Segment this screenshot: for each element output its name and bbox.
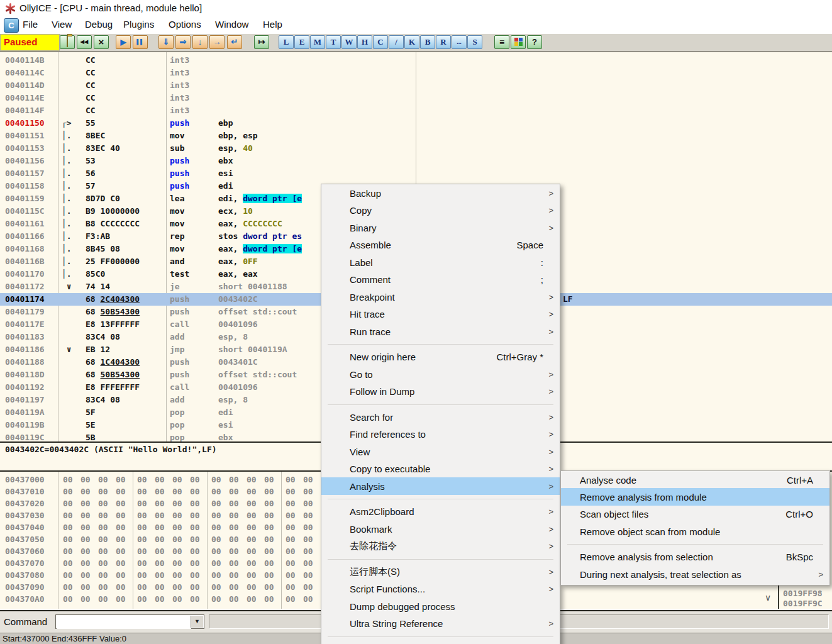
dump-byte: 00 (98, 593, 108, 605)
disasm-row-0040114D[interactable]: 0040114DCCint3 (0, 79, 832, 92)
disasm-row-00401157[interactable]: 00401157│.56pushesi (0, 167, 832, 180)
help-button[interactable]: ? (527, 35, 542, 49)
menu-separator (321, 495, 560, 503)
disasm-row-0040114F[interactable]: 0040114FCCint3 (0, 104, 832, 117)
menu-item-new-origin-here[interactable]: New origin hereCtrl+Gray * (321, 348, 560, 366)
step-into-button[interactable]: ⇓ (158, 35, 174, 49)
threads-window-button[interactable]: T (326, 35, 341, 49)
close-program-button[interactable]: × (94, 35, 109, 49)
menu-item-appearance[interactable]: Appearance> (321, 640, 560, 644)
references-button[interactable]: R (436, 35, 451, 49)
patches-button[interactable]: / (389, 35, 404, 49)
menu-item-binary[interactable]: Binary> (321, 219, 560, 236)
menu-item-analysis[interactable]: Analysis> (321, 477, 560, 495)
stack-address[interactable]: 0019FF9C (783, 599, 823, 608)
menu-file[interactable]: File (23, 19, 38, 30)
disasm-row-0040114C[interactable]: 0040114CCCint3 (0, 67, 832, 79)
menu-item-scan-object-files[interactable]: Scan object filesCtrl+O (561, 506, 829, 523)
dump-byte: 00 (303, 533, 313, 545)
menu-debug[interactable]: Debug (85, 19, 113, 30)
dump-byte: 00 (155, 581, 165, 593)
dropdown-arrow-icon[interactable]: ▼ (191, 616, 203, 628)
menu-item-follow-in-dump[interactable]: Follow in Dump> (321, 383, 560, 401)
menu-item-comment[interactable]: Comment; (321, 271, 560, 289)
execute-till-return-button[interactable]: ↵ (227, 35, 242, 49)
menu-item-ultra-string-reference[interactable]: Ultra String Reference> (321, 615, 560, 633)
menu-item-label[interactable]: Label: (321, 253, 560, 271)
mnemonic: call (170, 381, 189, 394)
menu-help[interactable]: Help (263, 19, 282, 30)
menu-item-bookmark[interactable]: Bookmark> (321, 520, 560, 538)
dump-byte: 00 (137, 557, 147, 569)
memory-map-button[interactable]: M (310, 35, 325, 49)
command-combobox[interactable]: ▼ (55, 614, 204, 629)
menu-item-backup[interactable]: Backup> (321, 184, 560, 202)
call-stack-button[interactable]: K (404, 35, 419, 49)
menu-item-label: Search for (350, 411, 393, 422)
menu-item-copy-to-executable[interactable]: Copy to executable> (321, 460, 560, 478)
dump-byte: 00 (286, 509, 296, 521)
cpu-window-button[interactable]: C (373, 35, 388, 49)
cpu-window-icon[interactable]: C (4, 18, 19, 33)
open-file-button[interactable] (60, 35, 75, 49)
disasm-row-0040114E[interactable]: 0040114ECCint3 (0, 92, 832, 104)
trace-over-button[interactable]: → (209, 35, 225, 49)
step-over-button[interactable]: ⇒ (175, 35, 191, 49)
trace-over-icon: → (210, 36, 224, 48)
menu-item-breakpoint[interactable]: Breakpoint> (321, 288, 560, 306)
source-button[interactable]: S (467, 35, 482, 49)
menu-item-search-for[interactable]: Search for> (321, 408, 560, 426)
menu-item-go-to[interactable]: Go to> (321, 365, 560, 383)
menu-item-copy[interactable]: Copy> (321, 202, 560, 219)
menu-window[interactable]: Window (215, 19, 248, 30)
appearance-button[interactable] (511, 35, 526, 49)
menu-item-label: Find references to (350, 429, 426, 440)
dump-byte: 00 (264, 497, 274, 509)
pause-button[interactable]: ▌▌ (133, 35, 148, 49)
run-trace-button[interactable]: ... (452, 35, 467, 49)
chevron-down-icon[interactable]: ∨ (765, 592, 771, 602)
stack-address[interactable]: 0019FF98 (783, 589, 823, 598)
log-window-button[interactable]: L (279, 35, 294, 49)
options-button[interactable]: ≡ (494, 35, 509, 49)
windows-button[interactable]: W (341, 35, 357, 49)
run-button[interactable]: ▶ (116, 35, 131, 49)
menu-item-assemble[interactable]: AssembleSpace (321, 236, 560, 254)
executables-window-button[interactable]: E (294, 35, 309, 49)
dump-byte: 00 (229, 474, 239, 486)
menu-plugins[interactable]: Plugins (123, 19, 154, 30)
dump-address: 004370A0 (5, 593, 45, 605)
dump-byte: 00 (190, 521, 200, 533)
go-to-button[interactable]: ↦ (254, 35, 269, 49)
menu-options[interactable]: Options (169, 19, 201, 30)
disasm-row-00401156[interactable]: 00401156│.53pushebx (0, 155, 832, 167)
menu-item-asm2clipboard[interactable]: Asm2Clipboard> (321, 503, 560, 521)
menu-item-view[interactable]: View> (321, 443, 560, 460)
menu-item-s[interactable]: 运行脚本(S)> (321, 563, 560, 580)
restart-button[interactable]: ◀◀ (77, 35, 92, 49)
menu-item-during-next-analysis-treat-selection-as[interactable]: During next analysis, treat selection as… (561, 565, 829, 582)
mnemonic: je (170, 280, 180, 293)
trace-into-button[interactable]: ↓ (192, 35, 208, 49)
menu-item-remove-analysis-from-module[interactable]: Remove analysis from module (561, 488, 829, 505)
menu-view[interactable]: View (52, 19, 72, 30)
menu-item-[interactable]: 去除花指令> (321, 538, 560, 555)
menu-item-remove-analysis-from-selection[interactable]: Remove analysis from selectionBkSpc (561, 548, 829, 565)
menu-item-dump-debugged-process[interactable]: Dump debugged process (321, 597, 560, 615)
menu-item-find-references-to[interactable]: Find references to> (321, 426, 560, 443)
breakpoints-button[interactable]: B (420, 35, 435, 49)
handles-button[interactable]: H (357, 35, 372, 49)
menu-item-remove-object-scan-from-module[interactable]: Remove object scan from module (561, 523, 829, 540)
disasm-row-00401150[interactable]: 00401150┌>55pushebp (0, 117, 832, 130)
menu-item-script-functions[interactable]: Script Functions...> (321, 580, 560, 598)
menu-item-hit-trace[interactable]: Hit trace> (321, 306, 560, 323)
opcode-bytes: 57 (86, 180, 96, 192)
disasm-row-00401151[interactable]: 00401151│.8BECmovebp, esp (0, 130, 832, 142)
menu-item-analyse-code[interactable]: Analyse codeCtrl+A (561, 471, 829, 488)
disasm-row-0040114B[interactable]: 0040114BCCint3 (0, 54, 832, 67)
menu-item-run-trace[interactable]: Run trace> (321, 323, 560, 340)
disasm-row-00401153[interactable]: 00401153│.83EC 40subesp, 40 (0, 142, 832, 155)
command-input[interactable] (57, 616, 191, 629)
dump-byte: 00 (190, 509, 200, 521)
dump-address: 00437040 (5, 521, 45, 533)
